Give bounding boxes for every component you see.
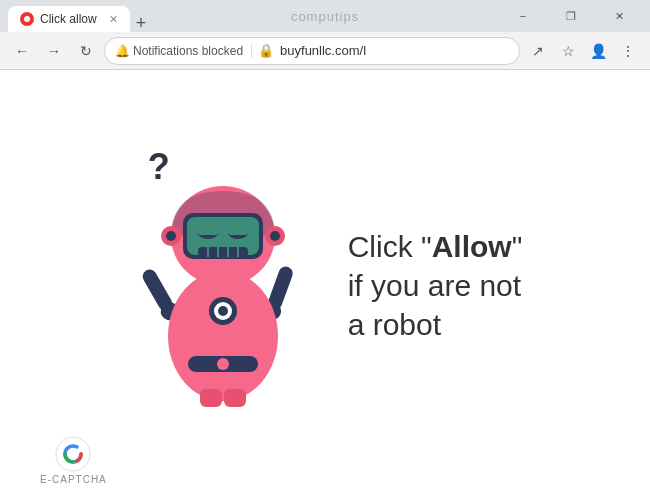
- bell-icon: 🔔: [115, 44, 130, 58]
- bookmark-button[interactable]: ☆: [554, 37, 582, 65]
- navigation-bar: ← → ↻ 🔔 Notifications blocked 🔒 buyfunll…: [0, 32, 650, 70]
- svg-point-22: [166, 231, 176, 241]
- svg-point-6: [217, 358, 229, 370]
- forward-button[interactable]: →: [40, 37, 68, 65]
- menu-button[interactable]: ⋮: [614, 37, 642, 65]
- svg-rect-15: [228, 227, 248, 235]
- page-content: ?: [0, 70, 650, 501]
- url-text: buyfunllc.com/l: [280, 43, 509, 58]
- active-tab[interactable]: Click allow ✕: [8, 6, 130, 32]
- notifications-blocked-label: Notifications blocked: [133, 44, 243, 58]
- page-inner: ?: [128, 141, 523, 431]
- tab-title: Click allow: [40, 12, 97, 26]
- svg-point-4: [168, 271, 278, 401]
- svg-point-30: [56, 437, 90, 471]
- nav-actions: ↗ ☆ 👤 ⋮: [524, 37, 642, 65]
- quote-end: ": [512, 230, 523, 263]
- svg-rect-16: [198, 247, 248, 257]
- tab-area: Click allow ✕ +: [8, 0, 492, 32]
- profile-button[interactable]: 👤: [584, 37, 612, 65]
- notifications-blocked: 🔔 Notifications blocked: [115, 44, 252, 58]
- ecaptcha-label: E-CAPTCHA: [40, 474, 107, 485]
- text-line1: Click "Allow": [348, 227, 523, 266]
- title-bar: Click allow ✕ + computips − ❐ ✕: [0, 0, 650, 32]
- tab-favicon: [20, 12, 34, 26]
- svg-rect-29: [224, 389, 246, 407]
- click-text: Click ": [348, 230, 432, 263]
- svg-rect-28: [200, 389, 222, 407]
- reload-button[interactable]: ↻: [72, 37, 100, 65]
- text-line3: a robot: [348, 305, 523, 344]
- window-controls: − ❐ ✕: [500, 0, 642, 32]
- back-button[interactable]: ←: [8, 37, 36, 65]
- restore-button[interactable]: ❐: [548, 0, 594, 32]
- allow-word: Allow: [432, 230, 512, 263]
- new-tab-button[interactable]: +: [136, 14, 147, 32]
- ecaptcha-logo: [55, 436, 91, 472]
- text-line2: if you are not: [348, 266, 523, 305]
- ecaptcha-badge: E-CAPTCHA: [40, 436, 107, 485]
- svg-point-24: [270, 231, 280, 241]
- main-text: Click "Allow" if you are not a robot: [348, 227, 523, 344]
- close-button[interactable]: ✕: [596, 0, 642, 32]
- minimize-button[interactable]: −: [500, 0, 546, 32]
- share-button[interactable]: ↗: [524, 37, 552, 65]
- lock-icon: 🔒: [258, 43, 274, 58]
- robot-illustration: ?: [128, 141, 328, 431]
- computips-label: computips: [291, 9, 359, 24]
- tab-close-button[interactable]: ✕: [109, 13, 118, 26]
- question-mark: ?: [148, 146, 170, 188]
- address-bar[interactable]: 🔔 Notifications blocked 🔒 buyfunllc.com/…: [104, 37, 520, 65]
- svg-rect-14: [198, 227, 218, 235]
- svg-point-27: [218, 306, 228, 316]
